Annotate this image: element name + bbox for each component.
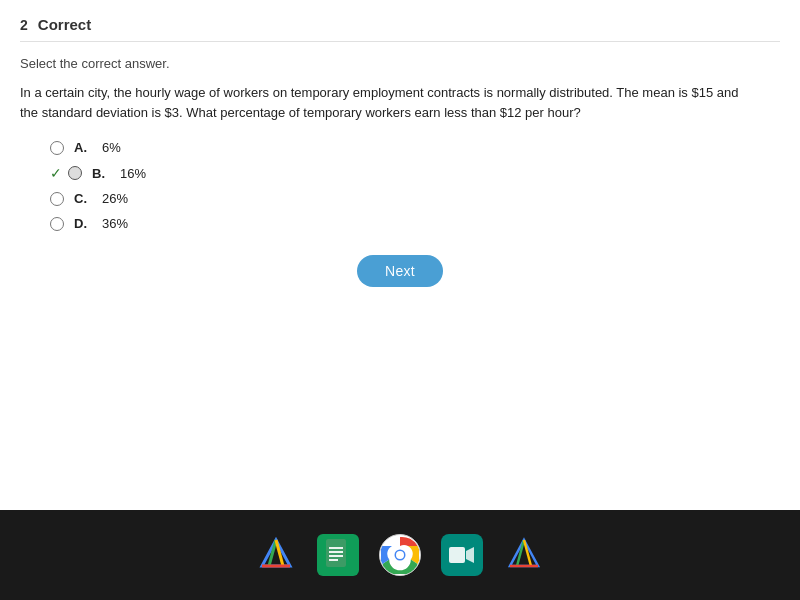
correct-status: Correct (38, 16, 91, 33)
svg-rect-7 (329, 547, 343, 549)
svg-rect-8 (329, 551, 343, 553)
taskbar-icon-drive[interactable] (255, 534, 297, 576)
taskbar-icon-sheets[interactable] (317, 534, 359, 576)
radio-c[interactable] (50, 192, 64, 206)
option-letter-b: B. (92, 166, 110, 181)
option-value-b: 16% (120, 166, 146, 181)
svg-rect-9 (329, 555, 343, 557)
check-mark-b: ✓ (50, 165, 62, 181)
drive2-icon (505, 536, 543, 574)
svg-rect-10 (329, 559, 338, 561)
taskbar (0, 510, 800, 600)
taskbar-icon-drive2[interactable] (503, 534, 545, 576)
option-b[interactable]: ✓ B. 16% (50, 165, 780, 181)
option-c[interactable]: C. 26% (50, 191, 780, 206)
question-header: 2 Correct (20, 16, 780, 42)
radio-d[interactable] (50, 217, 64, 231)
svg-marker-16 (466, 547, 474, 563)
chrome-icon (381, 536, 419, 574)
option-value-d: 36% (102, 216, 128, 231)
option-d[interactable]: D. 36% (50, 216, 780, 231)
radio-b[interactable] (68, 166, 82, 180)
option-value-c: 26% (102, 191, 128, 206)
instruction-text: Select the correct answer. (20, 56, 780, 71)
next-button-container: Next (20, 255, 780, 287)
taskbar-icon-meet[interactable] (441, 534, 483, 576)
svg-point-14 (396, 551, 404, 559)
taskbar-icon-chrome[interactable] (379, 534, 421, 576)
options-list: A. 6% ✓ B. 16% C. 26% D. 36% (50, 140, 780, 231)
option-a[interactable]: A. 6% (50, 140, 780, 155)
option-value-a: 6% (102, 140, 121, 155)
option-letter-c: C. (74, 191, 92, 206)
question-number: 2 (20, 17, 28, 33)
option-letter-a: A. (74, 140, 92, 155)
radio-a[interactable] (50, 141, 64, 155)
sheets-icon (324, 539, 352, 571)
meet-icon (448, 544, 476, 566)
question-text: In a certain city, the hourly wage of wo… (20, 83, 740, 122)
svg-rect-15 (449, 547, 465, 563)
drive-icon (257, 536, 295, 574)
next-button[interactable]: Next (357, 255, 443, 287)
option-letter-d: D. (74, 216, 92, 231)
